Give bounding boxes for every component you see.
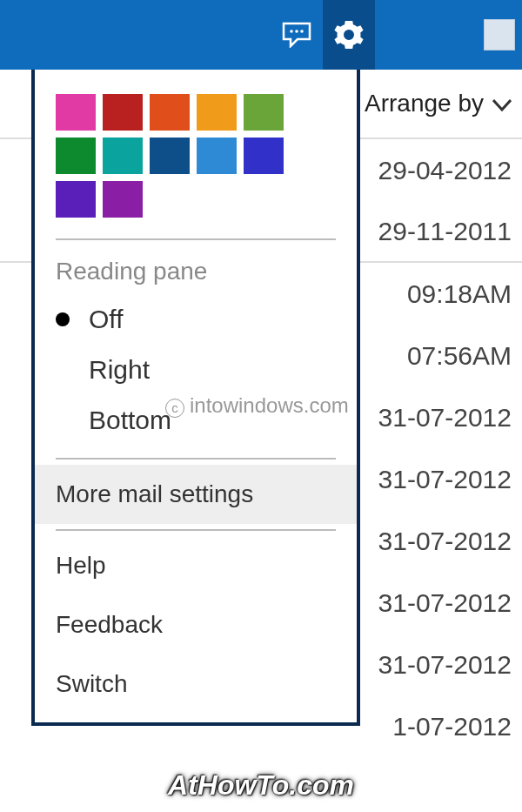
theme-swatch[interactable]	[150, 138, 190, 174]
more-mail-settings[interactable]: More mail settings	[35, 465, 357, 524]
avatar[interactable]	[484, 19, 515, 50]
svg-point-1	[295, 30, 298, 33]
feedback-link[interactable]: Feedback	[35, 595, 357, 654]
theme-swatch[interactable]	[56, 181, 96, 218]
theme-color-swatches	[35, 94, 341, 233]
theme-swatch[interactable]	[197, 138, 237, 174]
reading-pane-off[interactable]: Off	[56, 294, 336, 345]
arrange-by-label: Arrange by	[365, 90, 484, 117]
theme-swatch[interactable]	[197, 94, 237, 131]
switch-link[interactable]: Switch	[35, 654, 357, 714]
divider	[56, 529, 336, 531]
svg-point-0	[290, 30, 293, 33]
radio-dot-icon	[56, 312, 70, 326]
theme-swatch[interactable]	[103, 94, 143, 131]
theme-swatch[interactable]	[244, 138, 284, 174]
theme-swatch[interactable]	[56, 138, 96, 174]
reading-pane-options: Off Right Bottom	[35, 294, 357, 453]
settings-dropdown: Reading pane Off Right Bottom More mail …	[31, 70, 360, 726]
theme-swatch[interactable]	[56, 94, 96, 131]
theme-swatch[interactable]	[103, 181, 143, 218]
chat-icon[interactable]	[271, 0, 323, 70]
reading-pane-right[interactable]: Right	[56, 345, 336, 395]
svg-point-2	[300, 30, 304, 33]
theme-swatch[interactable]	[150, 94, 190, 131]
app-header	[0, 0, 522, 70]
reading-pane-title: Reading pane	[35, 245, 357, 294]
theme-swatch[interactable]	[244, 94, 284, 131]
theme-swatch[interactable]	[103, 138, 143, 174]
gear-icon[interactable]	[323, 0, 375, 70]
divider	[56, 458, 336, 460]
content-area: Arrange by 29-04-2012 29-11-2011 09:18AM…	[0, 70, 522, 812]
chevron-down-icon	[492, 90, 512, 117]
reading-pane-bottom[interactable]: Bottom	[56, 395, 336, 446]
help-link[interactable]: Help	[35, 536, 357, 595]
divider	[56, 238, 336, 240]
